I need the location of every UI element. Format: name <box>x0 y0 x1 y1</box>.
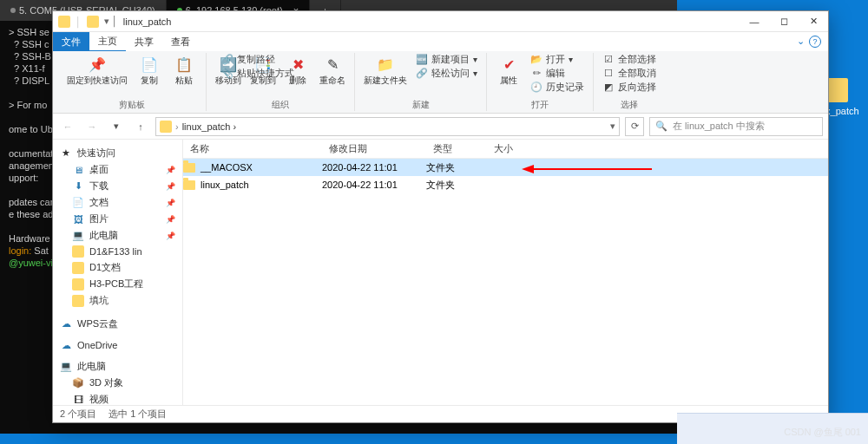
open-button[interactable]: 📂打开 ▾ <box>530 53 584 66</box>
ribbon-group-new: 新建 <box>412 99 430 111</box>
sidebar-item-thispc[interactable]: 💻此电脑📌 <box>53 227 182 244</box>
history-button[interactable]: 🕘历史记录 <box>530 81 584 94</box>
qat-sep: │ <box>76 16 82 27</box>
new-folder-button[interactable]: 📁新建文件夹 <box>360 53 411 87</box>
sidebar-item-downloads[interactable]: ⬇下载📌 <box>53 178 182 194</box>
status-count: 2 个项目 <box>60 408 96 421</box>
tab-file[interactable]: 文件 <box>53 32 89 51</box>
maximize-button[interactable]: ◻ <box>769 11 799 32</box>
nav-recent-button[interactable]: ▾ <box>107 117 126 136</box>
col-name: 名称 <box>183 142 322 155</box>
refresh-button[interactable]: ⟳ <box>625 117 644 136</box>
folder-icon <box>183 163 195 173</box>
sidebar-this-pc[interactable]: 💻此电脑 <box>53 358 182 375</box>
search-input[interactable]: 🔍 在 linux_patch 中搜索 <box>649 117 823 136</box>
tab-home[interactable]: 主页 <box>89 32 126 52</box>
invert-selection-button[interactable]: ◩反向选择 <box>602 81 656 94</box>
select-none-button[interactable]: ☐全部取消 <box>602 67 656 80</box>
file-explorer-window: │ ▾ │ linux_patch — ◻ ✕ 文件 主页 共享 查看 ⌄ ? … <box>52 10 829 423</box>
tab-share[interactable]: 共享 <box>126 33 162 51</box>
file-row-macosx[interactable]: __MACOSX 2020-04-22 11:01 文件夹 <box>183 159 828 176</box>
window-title: linux_patch <box>123 16 172 27</box>
status-selected: 选中 1 个项目 <box>108 408 167 421</box>
sidebar-item-folder[interactable]: D1文档 <box>53 259 182 276</box>
sidebar-item-folder[interactable]: D1&F133 lin <box>53 244 182 259</box>
ribbon-group-organize: 组织 <box>272 99 289 111</box>
edit-button[interactable]: ✏编辑 <box>530 67 584 80</box>
star-icon: ★ <box>60 147 72 160</box>
rename-button[interactable]: ✎重命名 <box>316 53 349 87</box>
pin-icon: 📌 <box>166 166 175 174</box>
folder-icon <box>87 16 99 28</box>
col-date: 修改日期 <box>322 142 426 155</box>
folder-icon <box>58 16 70 28</box>
ribbon-group-select: 选择 <box>621 99 638 111</box>
copy-button[interactable]: 📄复制 <box>133 53 166 87</box>
file-list: 名称 修改日期 类型 大小 __MACOSX 2020-04-22 11:01 … <box>183 140 828 405</box>
minimize-button[interactable]: — <box>740 11 769 32</box>
nav-up-button[interactable]: ↑ <box>131 117 150 136</box>
titlebar[interactable]: │ ▾ │ linux_patch — ◻ ✕ <box>53 11 828 32</box>
ribbon: 📌固定到快速访问 📄复制 📋粘贴 🔗复制路径 📎粘贴快捷方式 剪贴板 ➡️移动到… <box>53 51 828 114</box>
tab-view[interactable]: 查看 <box>162 33 199 51</box>
ribbon-group-clipboard: 剪贴板 <box>119 99 145 111</box>
sidebar-wps[interactable]: ☁WPS云盘 <box>53 316 182 332</box>
new-item-button[interactable]: 🆕新建项目 ▾ <box>416 53 477 66</box>
address-bar-row: ← → ▾ ↑ › linux_patch › ▾ ⟳ 🔍 在 linux_pa… <box>53 114 828 140</box>
sidebar-item-pictures[interactable]: 🖼图片📌 <box>53 211 182 227</box>
col-type: 类型 <box>426 142 487 155</box>
folder-icon <box>160 121 172 133</box>
sidebar-item-folder[interactable]: H3-PCB工程 <box>53 276 182 292</box>
col-size: 大小 <box>487 142 539 155</box>
nav-forward-button[interactable]: → <box>82 117 102 136</box>
paste-shortcut-button[interactable]: 📎粘贴快捷方式 <box>221 67 294 80</box>
breadcrumb[interactable]: › linux_patch › ▾ <box>155 117 620 136</box>
search-icon: 🔍 <box>655 121 667 132</box>
column-headers[interactable]: 名称 修改日期 类型 大小 <box>183 140 828 159</box>
help-button[interactable]: ⌄ ? <box>790 36 828 48</box>
sidebar-item-3d[interactable]: 📦3D 对象 <box>53 375 182 391</box>
sidebar-quick-access[interactable]: ★快速访问 <box>53 145 182 161</box>
easy-access-button[interactable]: 🔗轻松访问 ▾ <box>416 67 477 80</box>
select-all-button[interactable]: ☑全部选择 <box>602 53 656 66</box>
sidebar-onedrive[interactable]: ☁OneDrive <box>53 337 182 353</box>
menubar: 文件 主页 共享 查看 ⌄ ? <box>53 32 828 51</box>
copy-path-button[interactable]: 🔗复制路径 <box>221 53 294 66</box>
sidebar-item-desktop[interactable]: 🖥桌面📌 <box>53 161 182 178</box>
pin-quick-access-button[interactable]: 📌固定到快速访问 <box>63 53 131 87</box>
sidebar: ★快速访问 🖥桌面📌 ⬇下载📌 📄文档📌 🖼图片📌 💻此电脑📌 D1&F133 … <box>53 140 183 405</box>
sidebar-item-documents[interactable]: 📄文档📌 <box>53 194 182 211</box>
qat-dropdown-icon[interactable]: ▾ │ <box>104 16 118 27</box>
sidebar-item-videos[interactable]: 🎞视频 <box>53 391 182 405</box>
sidebar-item-folder[interactable]: 填坑 <box>53 292 182 309</box>
close-button[interactable]: ✕ <box>799 11 828 32</box>
properties-button[interactable]: ✔属性 <box>492 53 525 94</box>
ribbon-group-open: 打开 <box>531 99 549 111</box>
folder-icon <box>183 180 195 190</box>
paste-button[interactable]: 📋粘贴 <box>168 53 201 87</box>
watermark: CSDN @鱼尾 001 <box>784 426 861 439</box>
nav-back-button[interactable]: ← <box>58 117 77 136</box>
file-row-linux-patch[interactable]: linux_patch 2020-04-22 11:01 文件夹 <box>183 176 828 193</box>
